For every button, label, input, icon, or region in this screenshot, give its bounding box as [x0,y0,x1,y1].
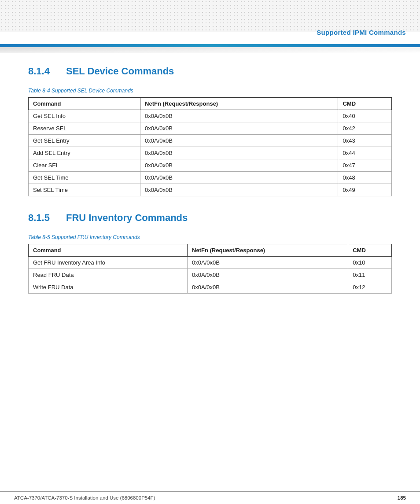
dot-pattern-bg [0,0,420,32]
table-row: Set SEL Time0x0A/0x0B0x49 [29,184,392,196]
table-row: Get SEL Time0x0A/0x0B0x48 [29,172,392,184]
table-cell: 0x47 [338,159,392,172]
section-heading-8-1-4: 8.1.4 SEL Device Commands [28,66,392,77]
table-cell: 0x42 [338,122,392,135]
gray-stripe [0,47,420,53]
section-8-1-4: 8.1.4 SEL Device Commands Table 8-4 Supp… [28,66,392,196]
table-cell: 0x0A/0x0B [140,184,338,196]
fru-commands-table: Command NetFn (Request/Response) CMD Get… [28,244,392,294]
table-cell: 0x0A/0x0B [140,122,338,135]
table-cell: Add SEL Entry [29,147,140,159]
table-cell: 0x0A/0x0B [188,269,348,281]
table-row: Clear SEL0x0A/0x0B0x47 [29,159,392,172]
table-cell: Get SEL Time [29,172,140,184]
table-cell: Clear SEL [29,159,140,172]
col-header-netfn: NetFn (Request/Response) [140,98,338,110]
page-header: Supported IPMI Commands [0,0,420,44]
table-cell: Write FRU Data [29,281,188,294]
table-header-row: Command NetFn (Request/Response) CMD [29,98,392,110]
table-cell: 0x0A/0x0B [140,110,338,122]
table-row: Reserve SEL0x0A/0x0B0x42 [29,122,392,135]
table-cell: 0x40 [338,110,392,122]
table-row: Get FRU Inventory Area Info0x0A/0x0B0x10 [29,257,392,269]
page-number: 185 [398,495,406,500]
page-footer: ATCA-7370/ATCA-7370-S Installation and U… [0,491,420,504]
table-row: Read FRU Data0x0A/0x0B0x11 [29,269,392,281]
table-row: Write FRU Data0x0A/0x0B0x12 [29,281,392,294]
section-heading-8-1-5: 8.1.5 FRU Inventory Commands [28,212,392,224]
table-cell: Get SEL Info [29,110,140,122]
section-number-8-1-4: 8.1.4 [28,66,59,77]
table-cell: Read FRU Data [29,269,188,281]
col-header-command: Command [29,98,140,110]
table-cell: 0x12 [348,281,392,294]
table-cell: Get SEL Entry [29,135,140,147]
fru-col-header-netfn: NetFn (Request/Response) [188,244,348,257]
section-number-8-1-5: 8.1.5 [28,212,59,224]
table-cell: 0x43 [338,135,392,147]
section-8-1-5: 8.1.5 FRU Inventory Commands Table 8-5 S… [28,212,392,294]
table-row: Get SEL Info0x0A/0x0B0x40 [29,110,392,122]
table-cell: Reserve SEL [29,122,140,135]
fru-col-header-cmd: CMD [348,244,392,257]
table-cell: 0x0A/0x0B [140,135,338,147]
table-cell: 0x0A/0x0B [140,159,338,172]
table-row: Get SEL Entry0x0A/0x0B0x43 [29,135,392,147]
table-cell: 0x0A/0x0B [188,257,348,269]
col-header-cmd: CMD [338,98,392,110]
table-cell: 0x0A/0x0B [140,147,338,159]
header-title-bar: Supported IPMI Commands [0,29,420,36]
table-cell: Get FRU Inventory Area Info [29,257,188,269]
table-cell: 0x44 [338,147,392,159]
blue-stripe [0,44,420,47]
table-cell: Set SEL Time [29,184,140,196]
table-cell: 0x0A/0x0B [140,172,338,184]
table-cell: 0x11 [348,269,392,281]
table-caption-8-4: Table 8-4 Supported SEL Device Commands [28,88,392,94]
table-row: Add SEL Entry0x0A/0x0B0x44 [29,147,392,159]
fru-table-header-row: Command NetFn (Request/Response) CMD [29,244,392,257]
header-title: Supported IPMI Commands [317,29,406,36]
sel-commands-table: Command NetFn (Request/Response) CMD Get… [28,97,392,196]
section-title-8-1-5: FRU Inventory Commands [66,212,188,224]
table-cell: 0x49 [338,184,392,196]
fru-col-header-command: Command [29,244,188,257]
table-cell: 0x10 [348,257,392,269]
table-cell: 0x0A/0x0B [188,281,348,294]
main-content: 8.1.4 SEL Device Commands Table 8-4 Supp… [0,53,420,336]
section-title-8-1-4: SEL Device Commands [66,66,174,77]
footer-left-text: ATCA-7370/ATCA-7370-S Installation and U… [14,495,155,500]
table-caption-8-5: Table 8-5 Supported FRU Inventory Comman… [28,234,392,240]
table-cell: 0x48 [338,172,392,184]
